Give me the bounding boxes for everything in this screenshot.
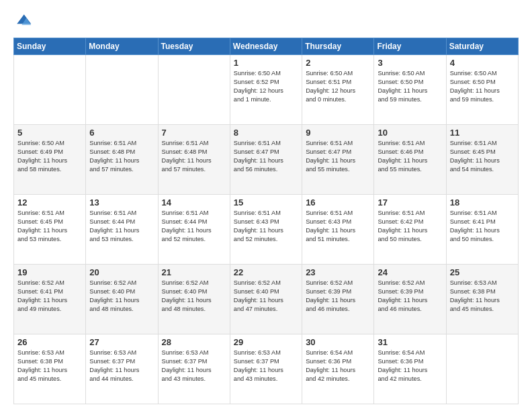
day-number: 12 [17, 197, 82, 208]
calendar-cell [446, 334, 518, 404]
day-number: 20 [89, 267, 154, 277]
day-info: Sunrise: 6:50 AM Sunset: 6:50 PM Dayligh… [378, 69, 442, 104]
day-info: Sunrise: 6:52 AM Sunset: 6:39 PM Dayligh… [378, 279, 442, 314]
day-number: 7 [162, 128, 226, 138]
calendar-cell: 27Sunrise: 6:53 AM Sunset: 6:37 PM Dayli… [86, 334, 158, 404]
day-info: Sunrise: 6:51 AM Sunset: 6:42 PM Dayligh… [378, 209, 442, 244]
calendar-table: SundayMondayTuesdayWednesdayThursdayFrid… [13, 38, 519, 404]
day-number: 3 [378, 58, 442, 68]
calendar-cell: 17Sunrise: 6:51 AM Sunset: 6:42 PM Dayli… [374, 195, 446, 265]
calendar-cell: 2Sunrise: 6:50 AM Sunset: 6:51 PM Daylig… [302, 55, 374, 125]
calendar-cell: 30Sunrise: 6:54 AM Sunset: 6:36 PM Dayli… [302, 334, 374, 404]
day-info: Sunrise: 6:52 AM Sunset: 6:40 PM Dayligh… [162, 279, 226, 314]
calendar-cell: 10Sunrise: 6:51 AM Sunset: 6:46 PM Dayli… [374, 125, 446, 195]
calendar-cell: 9Sunrise: 6:51 AM Sunset: 6:47 PM Daylig… [302, 125, 374, 195]
col-header-thursday: Thursday [302, 38, 374, 55]
day-info: Sunrise: 6:53 AM Sunset: 6:37 PM Dayligh… [234, 349, 298, 383]
day-info: Sunrise: 6:54 AM Sunset: 6:36 PM Dayligh… [306, 349, 370, 383]
day-number: 21 [162, 267, 226, 277]
day-number: 1 [234, 58, 298, 68]
col-header-monday: Monday [86, 38, 158, 55]
day-number: 4 [450, 58, 515, 68]
day-number: 31 [378, 337, 442, 347]
calendar-cell: 29Sunrise: 6:53 AM Sunset: 6:37 PM Dayli… [230, 334, 302, 404]
day-number: 23 [306, 267, 370, 277]
day-number: 28 [162, 337, 226, 347]
day-number: 11 [450, 128, 515, 138]
col-header-friday: Friday [374, 38, 446, 55]
col-header-tuesday: Tuesday [158, 38, 230, 55]
day-number: 2 [306, 58, 370, 68]
day-info: Sunrise: 6:50 AM Sunset: 6:52 PM Dayligh… [234, 69, 298, 104]
day-info: Sunrise: 6:52 AM Sunset: 6:40 PM Dayligh… [234, 279, 298, 314]
day-info: Sunrise: 6:51 AM Sunset: 6:41 PM Dayligh… [450, 209, 515, 244]
day-info: Sunrise: 6:51 AM Sunset: 6:43 PM Dayligh… [306, 209, 370, 244]
day-info: Sunrise: 6:53 AM Sunset: 6:38 PM Dayligh… [450, 279, 515, 314]
day-info: Sunrise: 6:51 AM Sunset: 6:48 PM Dayligh… [89, 139, 154, 174]
day-number: 8 [234, 128, 298, 138]
day-info: Sunrise: 6:52 AM Sunset: 6:39 PM Dayligh… [306, 279, 370, 314]
page: SundayMondayTuesdayWednesdayThursdayFrid… [0, 0, 532, 411]
day-number: 29 [234, 337, 298, 347]
logo-icon [13, 12, 32, 31]
day-number: 25 [450, 267, 515, 277]
day-info: Sunrise: 6:50 AM Sunset: 6:50 PM Dayligh… [450, 69, 515, 104]
day-number: 22 [234, 267, 298, 277]
calendar-cell: 8Sunrise: 6:51 AM Sunset: 6:47 PM Daylig… [230, 125, 302, 195]
day-info: Sunrise: 6:51 AM Sunset: 6:43 PM Dayligh… [234, 209, 298, 244]
day-number: 17 [378, 197, 442, 208]
day-number: 27 [89, 337, 154, 347]
day-number: 9 [306, 128, 370, 138]
calendar-week-0: 1Sunrise: 6:50 AM Sunset: 6:52 PM Daylig… [14, 55, 519, 125]
calendar-week-4: 26Sunrise: 6:53 AM Sunset: 6:38 PM Dayli… [14, 334, 519, 404]
calendar-cell: 24Sunrise: 6:52 AM Sunset: 6:39 PM Dayli… [374, 265, 446, 334]
day-info: Sunrise: 6:51 AM Sunset: 6:45 PM Dayligh… [450, 139, 515, 174]
day-info: Sunrise: 6:51 AM Sunset: 6:46 PM Dayligh… [378, 139, 442, 174]
calendar-cell: 19Sunrise: 6:52 AM Sunset: 6:41 PM Dayli… [14, 265, 86, 334]
calendar-cell: 14Sunrise: 6:51 AM Sunset: 6:44 PM Dayli… [158, 195, 230, 265]
calendar-cell [158, 55, 230, 125]
calendar-week-3: 19Sunrise: 6:52 AM Sunset: 6:41 PM Dayli… [14, 265, 519, 334]
day-info: Sunrise: 6:50 AM Sunset: 6:51 PM Dayligh… [306, 69, 370, 104]
calendar-week-2: 12Sunrise: 6:51 AM Sunset: 6:45 PM Dayli… [14, 195, 519, 265]
col-header-saturday: Saturday [446, 38, 518, 55]
day-info: Sunrise: 6:52 AM Sunset: 6:40 PM Dayligh… [89, 279, 154, 314]
calendar-cell: 12Sunrise: 6:51 AM Sunset: 6:45 PM Dayli… [14, 195, 86, 265]
col-header-sunday: Sunday [14, 38, 86, 55]
calendar-cell: 23Sunrise: 6:52 AM Sunset: 6:39 PM Dayli… [302, 265, 374, 334]
calendar-cell [86, 55, 158, 125]
calendar-cell: 13Sunrise: 6:51 AM Sunset: 6:44 PM Dayli… [86, 195, 158, 265]
calendar-cell: 22Sunrise: 6:52 AM Sunset: 6:40 PM Dayli… [230, 265, 302, 334]
day-info: Sunrise: 6:53 AM Sunset: 6:37 PM Dayligh… [89, 349, 154, 383]
day-info: Sunrise: 6:51 AM Sunset: 6:47 PM Dayligh… [306, 139, 370, 174]
day-number: 24 [378, 267, 442, 277]
day-info: Sunrise: 6:51 AM Sunset: 6:48 PM Dayligh… [162, 139, 226, 174]
day-info: Sunrise: 6:51 AM Sunset: 6:45 PM Dayligh… [17, 209, 82, 244]
day-number: 13 [89, 197, 154, 208]
calendar-cell: 25Sunrise: 6:53 AM Sunset: 6:38 PM Dayli… [446, 265, 518, 334]
calendar-cell: 28Sunrise: 6:53 AM Sunset: 6:37 PM Dayli… [158, 334, 230, 404]
calendar-cell: 15Sunrise: 6:51 AM Sunset: 6:43 PM Dayli… [230, 195, 302, 265]
calendar-cell: 16Sunrise: 6:51 AM Sunset: 6:43 PM Dayli… [302, 195, 374, 265]
calendar-cell: 11Sunrise: 6:51 AM Sunset: 6:45 PM Dayli… [446, 125, 518, 195]
day-info: Sunrise: 6:50 AM Sunset: 6:49 PM Dayligh… [17, 139, 82, 174]
day-number: 19 [17, 267, 82, 277]
day-info: Sunrise: 6:53 AM Sunset: 6:37 PM Dayligh… [162, 349, 226, 383]
calendar-cell: 31Sunrise: 6:54 AM Sunset: 6:36 PM Dayli… [374, 334, 446, 404]
calendar-cell: 4Sunrise: 6:50 AM Sunset: 6:50 PM Daylig… [446, 55, 518, 125]
day-info: Sunrise: 6:51 AM Sunset: 6:47 PM Dayligh… [234, 139, 298, 174]
header [13, 12, 519, 31]
day-number: 15 [234, 197, 298, 208]
calendar-cell: 6Sunrise: 6:51 AM Sunset: 6:48 PM Daylig… [86, 125, 158, 195]
calendar-cell [14, 55, 86, 125]
calendar-cell: 18Sunrise: 6:51 AM Sunset: 6:41 PM Dayli… [446, 195, 518, 265]
day-number: 16 [306, 197, 370, 208]
day-number: 26 [17, 337, 82, 347]
calendar-cell: 5Sunrise: 6:50 AM Sunset: 6:49 PM Daylig… [14, 125, 86, 195]
logo [13, 12, 35, 31]
calendar-cell: 20Sunrise: 6:52 AM Sunset: 6:40 PM Dayli… [86, 265, 158, 334]
day-info: Sunrise: 6:51 AM Sunset: 6:44 PM Dayligh… [89, 209, 154, 244]
day-number: 6 [89, 128, 154, 138]
day-info: Sunrise: 6:51 AM Sunset: 6:44 PM Dayligh… [162, 209, 226, 244]
day-number: 14 [162, 197, 226, 208]
